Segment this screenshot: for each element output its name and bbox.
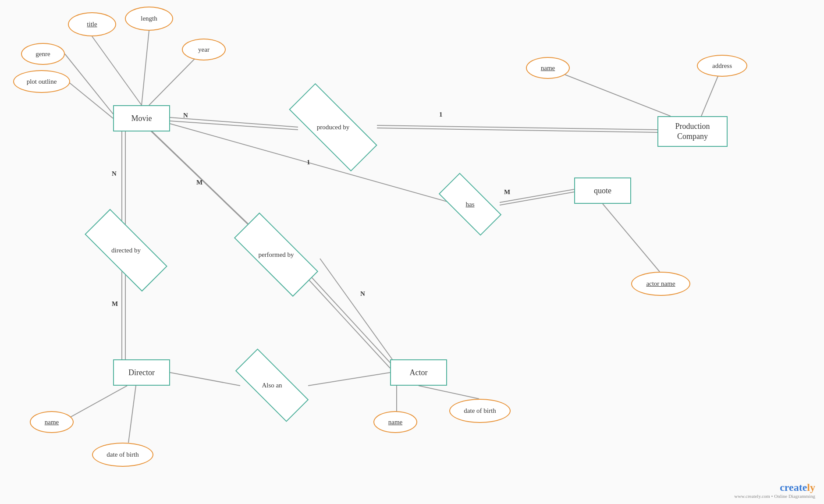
entity-movie: Movie <box>113 105 170 131</box>
diamond-also-an: Also an <box>236 369 308 401</box>
label-m-directed: M <box>112 300 118 308</box>
svg-line-8 <box>377 128 657 132</box>
label-m-performed: M <box>196 179 202 186</box>
ellipse-director-dob: date of birth <box>92 443 153 467</box>
svg-line-0 <box>92 36 142 105</box>
label-n-directed: N <box>112 170 117 177</box>
entity-director: Director <box>113 359 170 386</box>
svg-line-26 <box>128 386 136 443</box>
svg-line-21 <box>500 192 574 205</box>
ellipse-prod-name: name <box>526 57 570 79</box>
ellipse-year: year <box>182 39 226 60</box>
ellipse-title: title <box>68 12 116 36</box>
ellipse-genre: genre <box>21 43 65 65</box>
svg-line-27 <box>419 386 479 399</box>
svg-line-5 <box>170 117 298 127</box>
diamond-directed-by: directed by <box>85 232 167 268</box>
entity-quote: quote <box>574 177 631 204</box>
svg-line-1 <box>142 31 149 105</box>
svg-line-23 <box>170 373 240 386</box>
entity-production-company: ProductionCompany <box>657 116 728 147</box>
svg-line-4 <box>68 82 113 118</box>
svg-line-15 <box>149 129 263 239</box>
svg-line-2 <box>65 54 113 114</box>
diamond-produced-by: produced by <box>289 109 377 146</box>
label-m-has: M <box>504 188 510 196</box>
svg-line-22 <box>603 204 660 272</box>
svg-line-9 <box>548 68 671 116</box>
ellipse-director-name: name <box>30 411 74 433</box>
label-1-has: 1 <box>307 159 310 166</box>
diamond-has: has <box>440 189 500 219</box>
diagram-canvas: Movie ProductionCompany Director Actor q… <box>0 0 824 504</box>
label-1-produced: 1 <box>439 111 443 118</box>
svg-line-29 <box>320 259 392 359</box>
ellipse-length: length <box>125 7 173 31</box>
ellipse-actor-dob: date of birth <box>449 399 511 423</box>
ellipse-prod-address: address <box>697 55 747 77</box>
entity-actor: Actor <box>390 359 447 386</box>
ellipse-plot-outline: plot outline <box>13 70 70 93</box>
label-n1: N <box>183 112 188 119</box>
svg-line-6 <box>170 121 298 130</box>
svg-line-20 <box>500 189 574 202</box>
svg-line-25 <box>61 386 127 422</box>
ellipse-actor-name-attr: actor name <box>631 272 690 296</box>
svg-line-7 <box>377 125 657 130</box>
ellipse-actor-name2: name <box>373 411 417 433</box>
label-n-actor: N <box>360 290 365 298</box>
diamond-performed-by: performed by <box>234 237 318 273</box>
creately-logo: creately www.creately.com • Online Diagr… <box>734 482 815 499</box>
svg-line-24 <box>308 373 390 386</box>
